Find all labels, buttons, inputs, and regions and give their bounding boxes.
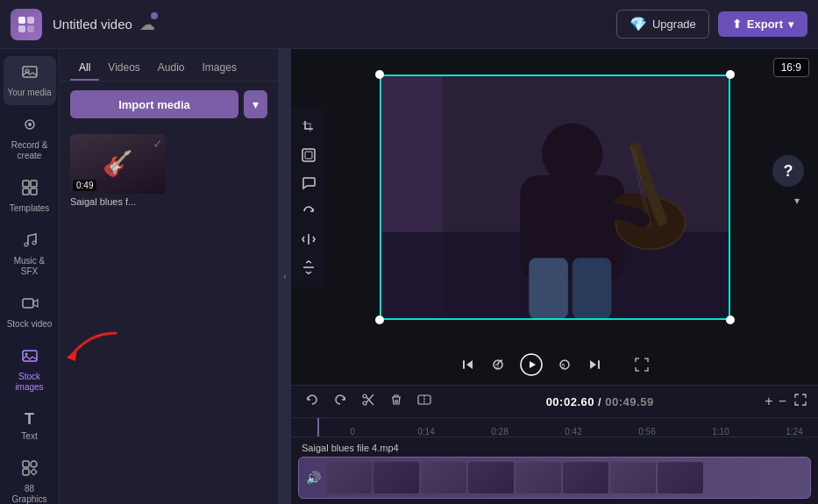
sidebar: Your media Record & create Templates <box>0 49 60 504</box>
svg-point-7 <box>28 123 32 126</box>
svg-rect-4 <box>23 67 37 77</box>
collapse-icon: ‹ <box>283 272 286 281</box>
sidebar-item-stock-images[interactable]: Stock images <box>4 340 56 400</box>
top-bar: Untitled video ☁ 💎 Upgrade ⬆ Export ▾ <box>0 0 818 49</box>
media-grid: 0:49 ✓ Saigal blues f... <box>60 127 278 214</box>
graphics-icon <box>21 459 39 481</box>
svg-rect-3 <box>27 25 34 32</box>
stock-images-icon <box>21 347 39 369</box>
aspect-ratio-button[interactable]: 16:9 <box>773 58 809 77</box>
video-title[interactable]: Untitled video <box>53 17 132 32</box>
tab-videos[interactable]: Videos <box>99 56 148 81</box>
sidebar-item-label: Stock video <box>7 319 53 330</box>
filmframe <box>563 462 608 493</box>
split-button[interactable] <box>414 391 435 412</box>
audio-icon: 🔊 <box>306 471 321 485</box>
fullscreen-button[interactable] <box>634 357 650 373</box>
sidebar-item-stock-video[interactable]: Stock video <box>4 287 56 337</box>
rotate-tool[interactable] <box>296 199 321 224</box>
total-time: 00:49.59 <box>605 395 653 408</box>
timeline-mark: 0:42 <box>537 427 610 437</box>
filmstrip <box>326 462 703 493</box>
timeline-mark: 0 <box>316 427 389 437</box>
tab-images[interactable]: Images <box>194 56 245 81</box>
sidebar-item-record[interactable]: Record & create <box>4 109 56 168</box>
music-icon <box>21 231 39 253</box>
media-tabs: All Videos Audio Images <box>60 49 278 82</box>
sidebar-item-graphics[interactable]: 88 Graphics <box>4 452 56 504</box>
upload-icon: ⬆ <box>732 18 742 31</box>
skip-back-button[interactable] <box>460 357 476 373</box>
svg-rect-10 <box>23 188 29 195</box>
redo-button[interactable] <box>330 391 351 412</box>
import-dropdown-button[interactable]: ▾ <box>244 90 267 118</box>
svg-rect-21 <box>305 152 312 159</box>
flip-h-tool[interactable] <box>296 227 321 252</box>
panel-collapse-handle[interactable]: ‹ <box>279 49 291 504</box>
media-item-name: Saigal blues f... <box>70 196 166 207</box>
play-button[interactable] <box>520 353 543 376</box>
cut-button[interactable] <box>358 391 379 412</box>
import-media-button[interactable]: Import media <box>70 90 238 118</box>
sidebar-item-text[interactable]: T Text <box>4 403 56 449</box>
svg-rect-33 <box>572 258 611 318</box>
timeline-mark: 0:56 <box>610 427 684 437</box>
handle-bottom-left[interactable] <box>375 316 384 324</box>
tab-all[interactable]: All <box>70 56 99 81</box>
svg-point-13 <box>32 241 36 245</box>
rewind-button[interactable]: 5 <box>490 357 506 373</box>
export-button[interactable]: ⬆ Export ▾ <box>718 11 807 37</box>
svg-rect-9 <box>31 181 37 187</box>
skip-forward-button[interactable] <box>587 357 602 373</box>
track-clip[interactable]: 🔊 <box>298 457 811 499</box>
preview-area: 16:9 ? ▾ 5 <box>291 49 818 504</box>
help-chevron-icon[interactable]: ▾ <box>794 195 800 207</box>
media-thumbnail: 0:49 <box>70 134 166 194</box>
forward-button[interactable]: 5 <box>557 357 573 373</box>
tab-audio[interactable]: Audio <box>149 56 194 81</box>
timeline-marks: 0 0:14 0:28 0:42 0:56 1:10 1:24 <box>298 418 818 437</box>
svg-rect-40 <box>598 360 600 369</box>
timeline-mark: 0:14 <box>389 427 463 437</box>
handle-bottom-right[interactable] <box>726 316 735 324</box>
media-icon <box>21 63 39 85</box>
preview-canvas: 16:9 ? ▾ <box>291 49 818 344</box>
playhead <box>317 418 319 437</box>
import-row: Import media ▾ <box>60 82 278 127</box>
record-icon <box>21 116 39 138</box>
sidebar-item-music[interactable]: Music & SFX <box>4 224 56 284</box>
delete-button[interactable] <box>386 391 407 412</box>
crop-tool[interactable] <box>296 115 321 139</box>
svg-rect-1 <box>27 17 34 24</box>
zoom-out-button[interactable]: − <box>779 394 786 409</box>
guitar-player-thumbnail <box>381 76 729 318</box>
svg-point-18 <box>31 461 37 467</box>
timeline-area: 00:02.60 / 00:49.59 + − 0 <box>291 385 818 504</box>
media-item[interactable]: 0:49 ✓ Saigal blues f... <box>70 134 166 207</box>
sidebar-item-templates[interactable]: Templates <box>4 172 56 221</box>
checkmark-icon: ✓ <box>153 137 163 151</box>
trim-tool[interactable] <box>296 143 321 167</box>
undo-button[interactable] <box>302 391 323 412</box>
gem-icon: 💎 <box>630 16 647 32</box>
expand-timeline-button[interactable] <box>793 393 807 410</box>
upgrade-button[interactable]: 💎 Upgrade <box>616 10 709 39</box>
top-right-actions: 💎 Upgrade ⬆ Export ▾ <box>616 10 807 39</box>
help-bubble[interactable]: ? <box>772 155 804 187</box>
cloud-badge <box>151 12 158 19</box>
timeline-toolbar: 00:02.60 / 00:49.59 + − <box>291 386 818 418</box>
svg-point-41 <box>363 401 366 405</box>
svg-rect-0 <box>18 17 25 24</box>
handle-top-right[interactable] <box>726 70 735 79</box>
zoom-in-button[interactable]: + <box>765 394 772 409</box>
timeline-ruler: 0 0:14 0:28 0:42 0:56 1:10 1:24 <box>291 418 818 437</box>
svg-point-42 <box>363 394 366 398</box>
handle-top-left[interactable] <box>375 70 384 79</box>
sidebar-item-label: Text <box>21 431 37 442</box>
title-area: Untitled video ☁ <box>53 15 606 34</box>
stock-video-icon <box>21 295 39 316</box>
comment-tool[interactable] <box>296 171 321 195</box>
sidebar-item-your-media[interactable]: Your media <box>4 56 56 105</box>
current-time: 00:02.60 <box>546 395 594 408</box>
flip-v-tool[interactable] <box>296 255 321 280</box>
